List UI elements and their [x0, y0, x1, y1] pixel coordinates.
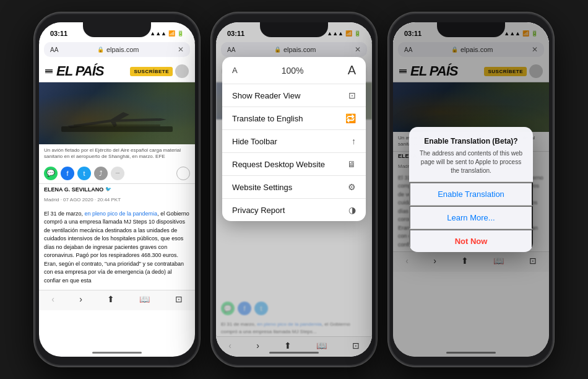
wifi-icon-left: 📶	[168, 30, 175, 37]
bottom-nav-left: ‹ › ⬆ 📖 ⊡	[39, 290, 195, 310]
address-bar-left[interactable]: AA 🔒 elpais.com ✕	[44, 42, 190, 57]
side-btn-vol-up	[34, 87, 35, 115]
bookmarks-btn-left[interactable]: 📖	[139, 294, 150, 304]
menu-item-website-settings[interactable]: Website Settings ⚙	[222, 176, 366, 199]
phone-left: 03:11 ▲▲▲ 📶 🔋 AA 🔒 elpais.com ✕	[34, 12, 200, 367]
side-btn-mute-mid	[211, 63, 212, 81]
side-btn-vol-up-right	[388, 87, 389, 115]
side-btn-vol-down-right	[388, 121, 389, 150]
status-time-left: 03:11	[50, 30, 67, 37]
menu-item-privacy[interactable]: Privacy Report ◑	[222, 199, 366, 221]
dialog-title: Enable Translation (Beta)?	[418, 137, 524, 146]
phone-middle: 03:11 ▲▲▲ 📶 🔋 AA 🔒 elpais.com ✕	[211, 12, 377, 367]
url-left: elpais.com	[106, 46, 139, 53]
dialog-buttons: Enable Translation Learn More... Not Now	[409, 181, 533, 252]
share-bar-left: 💬 f t ⤴ ··· ✉	[39, 163, 195, 183]
font-large-btn[interactable]: A	[348, 63, 356, 77]
facebook-icon-left[interactable]: f	[61, 167, 74, 180]
hide-toolbar-icon: ↑	[352, 136, 356, 146]
caption-left: Un avión fletado por el Ejército del Air…	[44, 146, 190, 162]
battery-icon-left: 🔋	[177, 30, 184, 37]
newspaper-logo-left: EL PAÍS	[56, 63, 104, 79]
website-settings-label: Website Settings	[232, 183, 292, 192]
aa-label-left[interactable]: AA	[50, 46, 58, 53]
hero-image-left	[39, 82, 195, 144]
author-date-left: Madrid · 07 AGO 2020 · 20:44 PKT	[44, 197, 121, 203]
article-section-left: El 31 de marzo, en pleno pico de la pand…	[39, 205, 195, 290]
article-link-left[interactable]: en pleno pico de la pandemia	[85, 211, 158, 217]
side-btn-mute	[34, 63, 35, 81]
translate-icon: 🔁	[345, 113, 356, 123]
menu-item-hide-toolbar[interactable]: Hide Toolbar ↑	[222, 130, 366, 153]
privacy-icon: ◑	[348, 205, 356, 215]
plane-svg-left	[61, 107, 173, 132]
side-btn-power-mid	[376, 94, 377, 131]
menu-item-translate[interactable]: Translate to English 🔁	[222, 107, 366, 130]
phone-right: 03:11 ▲▲▲ 📶 🔋 AA 🔒 elpais.com ✕	[388, 12, 554, 367]
learn-more-btn[interactable]: Learn More...	[409, 206, 533, 229]
popup-menu-middle: A 100% A Show Reader View ⊡ Translate to…	[222, 57, 366, 221]
phone-shell-middle: 03:11 ▲▲▲ 📶 🔋 AA 🔒 elpais.com ✕	[211, 12, 377, 367]
more-icon-left[interactable]: ···	[111, 167, 124, 180]
back-btn-left[interactable]: ‹	[51, 294, 54, 304]
article-text-left: El 31 de marzo, en pleno pico de la pand…	[44, 207, 190, 288]
phone-screen-middle: 03:11 ▲▲▲ 📶 🔋 AA 🔒 elpais.com ✕	[216, 22, 372, 357]
enable-translation-btn[interactable]: Enable Translation	[409, 182, 533, 206]
author-section-left: ELENA G. SEVILLANO 🐦 Madrid · 07 AGO 202…	[39, 183, 195, 205]
translation-dialog: Enable Translation (Beta)? The address a…	[409, 127, 533, 252]
avatar-left[interactable]	[175, 64, 189, 78]
share-nav-btn-left[interactable]: ⬆	[107, 294, 115, 304]
side-btn-mute-right	[388, 63, 389, 81]
website-settings-icon: ⚙	[348, 182, 356, 192]
menu-icon-left[interactable]	[45, 69, 53, 74]
home-indicator-left	[92, 352, 142, 354]
subscribe-btn-left[interactable]: SUSCRÍBETE	[130, 67, 173, 76]
side-btn-power-right	[553, 94, 554, 131]
side-btn-vol-down	[34, 121, 35, 150]
phone-shell-right: 03:11 ▲▲▲ 📶 🔋 AA 🔒 elpais.com ✕	[388, 12, 554, 367]
close-btn-left[interactable]: ✕	[178, 45, 184, 54]
status-icons-left: ▲▲▲ 📶 🔋	[150, 30, 184, 37]
signal-icon-left: ▲▲▲	[150, 30, 166, 37]
forward-btn-left[interactable]: ›	[79, 294, 82, 304]
phones-container: 03:11 ▲▲▲ 📶 🔋 AA 🔒 elpais.com ✕	[28, 6, 560, 373]
newspaper-header-left: EL PAÍS SUSCRÍBETE	[39, 59, 195, 82]
phone-screen-right: 03:11 ▲▲▲ 📶 🔋 AA 🔒 elpais.com ✕	[393, 22, 549, 357]
svg-rect-1	[61, 126, 173, 132]
desktop-site-icon: 🖥	[347, 159, 356, 169]
side-btn-power	[199, 94, 200, 131]
dialog-body: The address and contents of this web pag…	[418, 149, 524, 175]
svg-rect-0	[74, 124, 160, 126]
mail-icon-left[interactable]: ✉	[176, 167, 190, 180]
desktop-site-label: Request Desktop Website	[232, 160, 325, 169]
twitter-icon-left: 🐦	[105, 186, 111, 192]
side-btn-vol-up-mid	[211, 87, 212, 115]
phone-screen-left: 03:11 ▲▲▲ 📶 🔋 AA 🔒 elpais.com ✕	[39, 22, 195, 357]
menu-item-reader-view[interactable]: Show Reader View ⊡	[222, 84, 366, 107]
author-name-left: ELENA G. SEVILLANO	[44, 186, 103, 193]
whatsapp-icon-left[interactable]: 💬	[44, 167, 58, 180]
twitter-icon-left[interactable]: t	[77, 167, 91, 180]
lock-icon-left: 🔒	[97, 46, 104, 53]
notch-left	[83, 22, 151, 37]
share-icon-left[interactable]: ⤴	[94, 167, 108, 180]
reader-view-icon: ⊡	[348, 90, 356, 100]
font-small-btn[interactable]: A	[232, 66, 238, 75]
font-pct-label: 100%	[282, 66, 304, 76]
menu-item-desktop-site[interactable]: Request Desktop Website 🖥	[222, 153, 366, 176]
not-now-btn[interactable]: Not Now	[409, 229, 533, 252]
tabs-btn-left[interactable]: ⊡	[175, 294, 183, 304]
dialog-content: Enable Translation (Beta)? The address a…	[409, 127, 533, 181]
phone-shell-left: 03:11 ▲▲▲ 📶 🔋 AA 🔒 elpais.com ✕	[34, 12, 200, 367]
hide-toolbar-label: Hide Toolbar	[232, 137, 277, 146]
side-btn-vol-down-mid	[211, 121, 212, 150]
font-bar-middle: A 100% A	[222, 57, 366, 84]
translate-label: Translate to English	[232, 114, 303, 123]
reader-view-label: Show Reader View	[232, 91, 300, 100]
privacy-label: Privacy Report	[232, 206, 285, 215]
